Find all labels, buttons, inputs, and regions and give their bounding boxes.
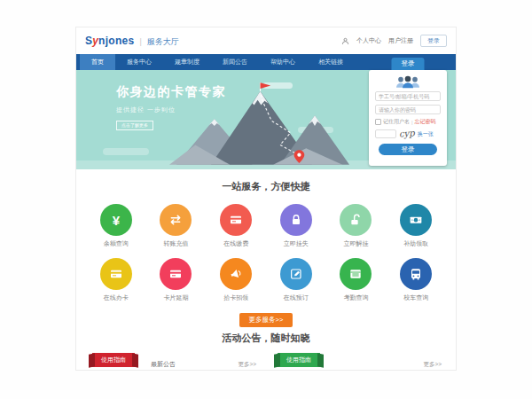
password-input[interactable] — [375, 105, 441, 114]
hero-title: 你身边的卡管专家 — [116, 84, 226, 100]
unlock-icon — [348, 213, 363, 227]
logo-divider: | — [139, 37, 141, 46]
schedule-icon — [348, 267, 363, 281]
guide-ribbon-tab[interactable]: 使用指南 — [278, 353, 320, 367]
service-online-booking[interactable]: 在线预订 — [266, 258, 326, 302]
register-link[interactable]: 用户注册 — [388, 36, 413, 45]
separator: | — [411, 120, 413, 125]
login-panel: 登录 记住用户名 | 忘记密码 cyp 换一张 登录 — [369, 70, 447, 166]
nav-item-service-center[interactable]: 服务中心 — [115, 54, 163, 70]
account-input[interactable] — [375, 91, 441, 101]
login-submit-button[interactable]: 登录 — [379, 144, 437, 155]
logo-accent: y — [92, 35, 98, 47]
service-attendance-inquiry[interactable]: 考勤查询 — [326, 258, 387, 302]
service-report-loss[interactable]: 立即挂失 — [266, 204, 326, 248]
hero-banner: 你身边的卡管专家 提供捷径 一步到位 点击了解更多 — [76, 70, 456, 169]
announcements-title: 活动公告，随时知晓 — [76, 332, 456, 345]
person-icon — [341, 37, 349, 45]
nav-item-news[interactable]: 新闻公告 — [211, 54, 259, 70]
service-found-card-claim[interactable]: 拾卡招领 — [206, 258, 266, 302]
remember-checkbox[interactable] — [375, 119, 381, 125]
bus-icon — [409, 267, 423, 281]
services-grid: ¥ 余额查询 转账充值 在线缴费 — [86, 204, 446, 302]
announcement-panel-right: 使用指南 更多>> — [272, 357, 445, 371]
announcements-section: 活动公告，随时知晓 使用指南 最新公告 更多>> 使用指南 更多>> — [76, 325, 456, 371]
latest-announcements-tab[interactable]: 最新公告 — [151, 357, 176, 371]
bank-card-icon — [109, 267, 123, 281]
login-tab[interactable]: 登录 — [392, 58, 425, 70]
captcha-image[interactable]: cyp — [399, 129, 415, 138]
hero-subtitle: 提供捷径 一步到位 — [116, 106, 226, 114]
announcement-panel-left: 使用指南 最新公告 更多>> — [87, 357, 260, 371]
service-transfer-recharge[interactable]: 转账充值 — [146, 204, 207, 248]
service-school-bus-inquiry[interactable]: 校车查询 — [386, 258, 446, 302]
nav-item-help[interactable]: 帮助中心 — [259, 54, 307, 70]
hero-cta-button[interactable]: 点击了解更多 — [116, 121, 153, 130]
service-online-payment[interactable]: 在线缴费 — [206, 204, 266, 248]
more-services-button[interactable]: 更多服务>> — [239, 313, 293, 327]
portal-page: Synjones | 服务大厅 个人中心 用户注册 登录 首页 服务中心 规章制… — [75, 27, 457, 371]
nav-item-rules[interactable]: 规章制度 — [163, 54, 211, 70]
cloud-shape — [103, 148, 149, 155]
hero-text-block: 你身边的卡管专家 提供捷径 一步到位 点击了解更多 — [116, 84, 226, 130]
transfer-icon — [168, 213, 183, 227]
remember-row: 记住用户名 | 忘记密码 — [375, 118, 441, 126]
users-icon — [375, 74, 441, 89]
megaphone-icon — [229, 267, 243, 281]
service-card-extension[interactable]: 卡片延期 — [146, 258, 207, 302]
captcha-refresh-link[interactable]: 换一张 — [418, 130, 434, 138]
nav-item-links[interactable]: 相关链接 — [307, 54, 355, 70]
nav-item-home[interactable]: 首页 — [80, 54, 115, 70]
top-bar: Synjones | 服务大厅 个人中心 用户注册 登录 — [76, 27, 456, 54]
personal-center-link[interactable]: 个人中心 — [356, 36, 381, 45]
services-title: 一站服务，方便快捷 — [76, 180, 456, 193]
announcement-panels: 使用指南 最新公告 更多>> 使用指南 更多>> — [76, 357, 456, 371]
service-online-card-apply[interactable]: 在线办卡 — [86, 258, 146, 302]
remember-label: 记住用户名 — [383, 118, 410, 126]
more-link-left[interactable]: 更多>> — [238, 357, 256, 371]
service-balance-inquiry[interactable]: ¥ 余额查询 — [86, 204, 146, 248]
guide-ribbon-tab[interactable]: 使用指南 — [92, 353, 135, 367]
site-name: 服务大厅 — [147, 36, 179, 48]
service-subsidy-collect[interactable]: 补助领取 — [386, 204, 446, 248]
more-link-right[interactable]: 更多>> — [423, 357, 442, 371]
bank-card-icon — [229, 213, 243, 227]
edit-icon — [289, 267, 303, 281]
captcha-row: cyp 换一张 — [375, 129, 441, 138]
header-login-button[interactable]: 登录 — [420, 35, 447, 47]
top-right-links: 个人中心 用户注册 登录 — [341, 35, 447, 47]
services-section: 一站服务，方便快捷 ¥ 余额查询 转账充值 — [76, 169, 456, 325]
captcha-input[interactable] — [375, 129, 396, 138]
bank-card-icon — [168, 267, 183, 281]
yen-icon: ¥ — [113, 213, 120, 228]
logo-text-rest: njones — [98, 35, 134, 47]
logo[interactable]: Synjones | 服务大厅 — [85, 35, 179, 48]
lock-icon — [289, 213, 303, 227]
forgot-password-link[interactable]: 忘记密码 — [415, 118, 436, 126]
service-cancel-loss[interactable]: 立即解挂 — [326, 204, 387, 248]
banknote-icon — [409, 213, 423, 227]
